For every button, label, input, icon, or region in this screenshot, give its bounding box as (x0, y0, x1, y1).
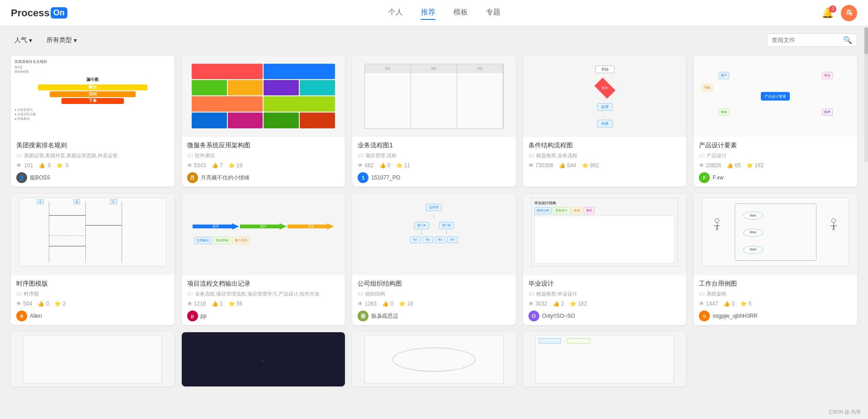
footer-brand: CSDN @ 鸟哥 (829, 409, 861, 415)
logo-text: Process (11, 7, 50, 19)
card-tags-10: 🏷 系统架构 (699, 290, 852, 298)
card-grid: 美团搜索排名名规则 第4层第4格框图 漏斗图 曝光 访问 下单 ● 当前发展点●… (11, 56, 857, 325)
card-body-10: 工作台用例图 🏷 系统架构 👁 1447 👍 0 ⭐ 5 o osgpjw_uj… (693, 275, 857, 325)
card-stats-2: 👁 5343 👍 7 ⭐ 19 (187, 162, 340, 169)
card-bizflow[interactable]: 列1 列2 列3 业务流程图1 🏷 项目管理,流程 (352, 56, 516, 187)
search-box: 🔍 (767, 33, 857, 47)
card-stats-9: 👁 3032 👍 2 ⭐ 182 (528, 301, 681, 307)
card-partial-1[interactable] (11, 332, 175, 386)
card-title-6: 时序图模版 (16, 280, 169, 288)
card-partial-2[interactable]: ... (182, 332, 345, 386)
card-body-1: 美团搜索排名规则 🏷 美团运营,美团外卖,美团运营思路,外卖运营 👁 161 👍… (11, 137, 175, 187)
card-tags-9: 🏷 精选推荐,毕业设计 (528, 290, 681, 298)
card-tags-7: 🏷 业务流程,项目管理流程,项目管理学习,产品设计,软件开发 (187, 290, 340, 298)
card-title-2: 微服务系统应用架构图 (187, 141, 340, 150)
card-author-10: o osgpjw_ujbhH3RR (699, 311, 852, 321)
card-stats-3: 👁 662 👍 0 ⭐ 11 (358, 162, 510, 169)
like-icon: 👍 (38, 162, 45, 169)
card-title-8: 公司组织结构图 (358, 280, 510, 288)
card-thumb-9: 毕业设计结构 需求分析 系统设计 实现 测试 (523, 194, 687, 275)
popularity-filter[interactable]: 人气 ▾ (11, 34, 36, 46)
search-input[interactable] (772, 37, 840, 43)
user-avatar[interactable]: 鸟 (841, 5, 857, 21)
card-title-5: 产品设计要素 (699, 141, 852, 150)
card-title-3: 业务流程图1 (358, 141, 510, 150)
card-title-4: 条件结构流程图 (528, 141, 681, 150)
card-author-3: 1 151077_PO (358, 172, 510, 183)
card-tags-6: 🏷 时序图 (16, 290, 169, 298)
card-author-9: O Only!!SO~SO (528, 311, 681, 321)
card-stats-8: 👁 1283 👍 0 ⭐ 16 (358, 301, 510, 307)
card-partial-4[interactable]: → (523, 332, 687, 386)
card-author-2: 月 月亮藏不住的小情绪 (187, 172, 340, 183)
author-avatar-1: 👤 (16, 172, 27, 183)
card-thumb-4: 开始 ↓ 条件 ↓ 处理 ↓ 结束 (523, 56, 687, 137)
author-avatar-2: 月 (187, 172, 198, 183)
author-avatar-3: 1 (358, 172, 368, 183)
views-icon: 👁 (16, 162, 22, 169)
header: Process On 个人 推荐 模板 专题 🔔 3 鸟 (0, 0, 868, 26)
search-icon[interactable]: 🔍 (843, 36, 852, 44)
card-title-1: 美团搜索排名规则 (16, 141, 169, 150)
card-thumb-3: 列1 列2 列3 (352, 56, 516, 137)
card-meituansearch[interactable]: 美团搜索排名名规则 第4层第4格框图 漏斗图 曝光 访问 下单 ● 当前发展点●… (11, 56, 175, 187)
card-tags-4: 🏷 精选推荐,业务流程 (528, 151, 681, 160)
card-tags-1: 🏷 美团运营,美团外卖,美团运营思路,外卖运营 (16, 151, 169, 160)
card-body-3: 业务流程图1 🏷 项目管理,流程 👁 662 👍 0 ⭐ 11 1 151077… (352, 137, 516, 187)
nav-personal[interactable]: 个人 (388, 6, 403, 20)
nav-templates[interactable]: 模板 (453, 6, 468, 20)
card-tags-5: 🏷 产品设计 (699, 151, 852, 160)
card-thumb-8: 总经理 部门A 组1 组2 部门B (352, 194, 516, 275)
logo-box: On (51, 7, 67, 19)
scrollbar-thumb[interactable] (864, 27, 868, 54)
card-body-9: 毕业设计 🏷 精选推荐,毕业设计 👁 3032 👍 2 ⭐ 182 O Only… (523, 275, 687, 325)
chevron-down-icon: ▾ (29, 37, 32, 44)
card-tags-2: 🏷 软件测试 (187, 151, 340, 160)
card-body-6: 时序图模版 🏷 时序图 👁 504 👍 0 ⭐ 2 A Allen (11, 275, 175, 325)
card-body-5: 产品设计要素 🏷 产品设计 👁 20826 👍 65 ⭐ 182 F F.xw (693, 137, 857, 187)
card-body-2: 微服务系统应用架构图 🏷 软件测试 👁 5343 👍 7 ⭐ 19 月 月亮藏不… (182, 137, 345, 187)
card-graduation[interactable]: 毕业设计结构 需求分析 系统设计 实现 测试 毕业设计 🏷 精选推荐,毕业设计 (523, 194, 687, 325)
card-thumb-5: 产品设计要素 用户 功能 体验 商业 技术 (693, 56, 857, 137)
card-orgchart[interactable]: 总经理 部门A 组1 组2 部门B (352, 194, 516, 325)
notification-bell[interactable]: 🔔 3 (821, 7, 834, 19)
author-avatar-9: O (528, 311, 539, 321)
card-product-design[interactable]: 产品设计要素 用户 功能 体验 商业 技术 产品设计要素 🏷 产品设计 👁 20… (693, 56, 857, 187)
logo[interactable]: Process On (11, 7, 67, 19)
card-stats-5: 👁 20826 👍 65 ⭐ 182 (699, 162, 852, 169)
card-tags-8: 🏷 组织结构 (358, 290, 510, 298)
card-title-9: 毕业设计 (528, 280, 681, 288)
card-grid-row3: ... → (11, 332, 857, 386)
card-thumb-1: 美团搜索排名名规则 第4层第4格框图 漏斗图 曝光 访问 下单 ● 当前发展点●… (11, 56, 175, 137)
card-author-8: 振 振袅疏思迈 (358, 311, 510, 321)
star-icon: ⭐ (56, 162, 63, 169)
card-thumb-7: 需求 设计 开发 文档输出 测试用例 接口文档 (182, 194, 345, 275)
card-sequence[interactable]: A B C 时序图模版 🏷 时序图 👁 504 � (11, 194, 175, 325)
card-author-6: A Allen (16, 311, 169, 321)
chevron-down-icon-2: ▾ (74, 37, 77, 44)
card-stats-1: 👁 161 👍 0 ⭐ 3 (16, 162, 169, 169)
card-conditional-flow[interactable]: 开始 ↓ 条件 ↓ 处理 ↓ 结束 条件结构流程图 🏷 精选推荐,业务流程 (523, 56, 687, 187)
card-placeholder-5 (693, 332, 857, 386)
card-body-8: 公司组织结构图 🏷 组织结构 👁 1283 👍 0 ⭐ 16 振 振袅疏思迈 (352, 275, 516, 325)
nav-recommend[interactable]: 推荐 (421, 6, 435, 20)
card-thumb-10: 用例1 用例2 用例3 (693, 194, 857, 275)
card-usecase[interactable]: 用例1 用例2 用例3 工作台用例图 🏷 (693, 194, 857, 325)
card-title-7: 项目流程文档输出记录 (187, 280, 340, 288)
toolbar: 人气 ▾ 所有类型 ▾ 🔍 (0, 26, 868, 52)
notification-badge: 3 (829, 5, 836, 13)
card-project-flow[interactable]: 需求 设计 开发 文档输出 测试用例 接口文档 项目流程文档输出记录 🏷 (182, 194, 345, 325)
card-stats-7: 👁 1216 👍 1 ⭐ 56 (187, 301, 340, 307)
card-thumb-2 (182, 56, 345, 137)
card-partial-3[interactable] (352, 332, 516, 386)
tag-icon-1: 🏷 (16, 152, 22, 159)
card-author-1: 👤 籠BOSS (16, 172, 169, 183)
card-stats-4: 👁 730306 👍 544 ⭐ 992 (528, 162, 681, 169)
card-tags-3: 🏷 项目管理,流程 (358, 151, 510, 160)
nav-topics[interactable]: 专题 (486, 6, 500, 20)
scrollbar[interactable] (864, 27, 868, 163)
card-author-7: p pp (187, 311, 340, 321)
type-filter[interactable]: 所有类型 ▾ (43, 34, 80, 46)
card-microservice[interactable]: 微服务系统应用架构图 🏷 软件测试 👁 5343 👍 7 ⭐ 19 月 月亮藏不… (182, 56, 345, 187)
main-nav: 个人 推荐 模板 专题 (388, 6, 500, 20)
